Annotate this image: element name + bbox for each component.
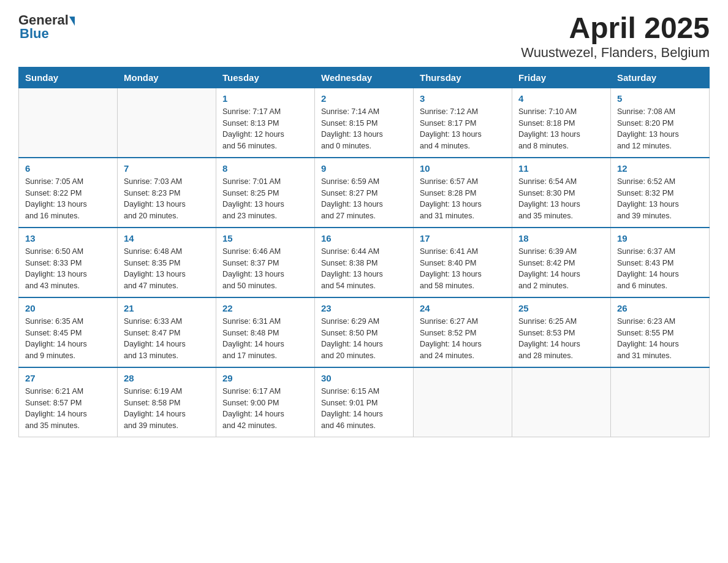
- calendar-cell: 2Sunrise: 7:14 AM Sunset: 8:15 PM Daylig…: [315, 88, 414, 158]
- day-info: Sunrise: 6:35 AM Sunset: 8:45 PM Dayligh…: [25, 316, 111, 362]
- calendar-cell: 3Sunrise: 7:12 AM Sunset: 8:17 PM Daylig…: [414, 88, 512, 158]
- calendar-subtitle: Wuustwezel, Flanders, Belgium: [521, 45, 710, 61]
- day-info: Sunrise: 6:23 AM Sunset: 8:55 PM Dayligh…: [617, 316, 703, 362]
- day-info: Sunrise: 6:29 AM Sunset: 8:50 PM Dayligh…: [321, 316, 407, 362]
- logo-arrow-icon: [69, 17, 75, 26]
- calendar-title: April 2025: [521, 12, 710, 45]
- calendar-cell: 13Sunrise: 6:50 AM Sunset: 8:33 PM Dayli…: [19, 228, 118, 297]
- day-number: 11: [518, 163, 604, 174]
- calendar-cell: 27Sunrise: 6:21 AM Sunset: 8:57 PM Dayli…: [19, 367, 118, 437]
- calendar-cell: 6Sunrise: 7:05 AM Sunset: 8:22 PM Daylig…: [19, 158, 118, 228]
- calendar-table: SundayMondayTuesdayWednesdayThursdayFrid…: [18, 67, 710, 437]
- day-number: 29: [222, 373, 308, 383]
- day-of-week-header: Monday: [118, 67, 216, 88]
- day-number: 10: [420, 163, 506, 174]
- day-info: Sunrise: 6:52 AM Sunset: 8:32 PM Dayligh…: [617, 176, 703, 222]
- day-number: 22: [222, 303, 308, 313]
- day-info: Sunrise: 7:05 AM Sunset: 8:22 PM Dayligh…: [25, 176, 111, 222]
- day-number: 3: [420, 93, 506, 104]
- day-number: 15: [222, 233, 308, 243]
- day-info: Sunrise: 6:41 AM Sunset: 8:40 PM Dayligh…: [420, 246, 506, 292]
- day-info: Sunrise: 6:44 AM Sunset: 8:38 PM Dayligh…: [321, 246, 407, 292]
- day-number: 4: [518, 93, 604, 104]
- title-block: April 2025 Wuustwezel, Flanders, Belgium: [521, 12, 710, 61]
- calendar-cell: 17Sunrise: 6:41 AM Sunset: 8:40 PM Dayli…: [414, 228, 512, 297]
- day-info: Sunrise: 6:54 AM Sunset: 8:30 PM Dayligh…: [518, 176, 604, 222]
- calendar-cell: [512, 367, 611, 437]
- calendar-cell: 11Sunrise: 6:54 AM Sunset: 8:30 PM Dayli…: [512, 158, 611, 228]
- day-number: 20: [25, 303, 111, 313]
- day-info: Sunrise: 7:08 AM Sunset: 8:20 PM Dayligh…: [617, 106, 703, 152]
- day-info: Sunrise: 6:37 AM Sunset: 8:43 PM Dayligh…: [617, 246, 703, 292]
- page-header: General Blue April 2025 Wuustwezel, Flan…: [18, 12, 710, 61]
- day-number: 23: [321, 303, 407, 313]
- calendar-cell: 7Sunrise: 7:03 AM Sunset: 8:23 PM Daylig…: [118, 158, 216, 228]
- calendar-week-row: 27Sunrise: 6:21 AM Sunset: 8:57 PM Dayli…: [19, 367, 710, 437]
- day-info: Sunrise: 6:48 AM Sunset: 8:35 PM Dayligh…: [124, 246, 210, 292]
- calendar-cell: [118, 88, 216, 158]
- calendar-week-row: 6Sunrise: 7:05 AM Sunset: 8:22 PM Daylig…: [19, 158, 710, 228]
- day-info: Sunrise: 7:17 AM Sunset: 8:13 PM Dayligh…: [222, 106, 308, 152]
- day-info: Sunrise: 7:10 AM Sunset: 8:18 PM Dayligh…: [518, 106, 604, 152]
- day-number: 5: [617, 93, 703, 104]
- calendar-cell: 23Sunrise: 6:29 AM Sunset: 8:50 PM Dayli…: [315, 297, 414, 367]
- day-info: Sunrise: 6:33 AM Sunset: 8:47 PM Dayligh…: [124, 316, 210, 362]
- day-number: 9: [321, 163, 407, 174]
- day-info: Sunrise: 6:21 AM Sunset: 8:57 PM Dayligh…: [25, 386, 111, 432]
- calendar-cell: 26Sunrise: 6:23 AM Sunset: 8:55 PM Dayli…: [611, 297, 710, 367]
- logo-blue-text: Blue: [20, 26, 49, 42]
- day-number: 13: [25, 233, 111, 243]
- calendar-cell: 5Sunrise: 7:08 AM Sunset: 8:20 PM Daylig…: [611, 88, 710, 158]
- day-number: 17: [420, 233, 506, 243]
- day-number: 2: [321, 93, 407, 104]
- calendar-cell: [611, 367, 710, 437]
- day-info: Sunrise: 6:17 AM Sunset: 9:00 PM Dayligh…: [222, 386, 308, 432]
- day-info: Sunrise: 6:27 AM Sunset: 8:52 PM Dayligh…: [420, 316, 506, 362]
- day-number: 25: [518, 303, 604, 313]
- calendar-cell: 15Sunrise: 6:46 AM Sunset: 8:37 PM Dayli…: [216, 228, 315, 297]
- calendar-cell: 28Sunrise: 6:19 AM Sunset: 8:58 PM Dayli…: [118, 367, 216, 437]
- calendar-cell: 10Sunrise: 6:57 AM Sunset: 8:28 PM Dayli…: [414, 158, 512, 228]
- day-number: 8: [222, 163, 308, 174]
- day-info: Sunrise: 7:12 AM Sunset: 8:17 PM Dayligh…: [420, 106, 506, 152]
- day-number: 6: [25, 163, 111, 174]
- calendar-cell: 1Sunrise: 7:17 AM Sunset: 8:13 PM Daylig…: [216, 88, 315, 158]
- day-of-week-header: Wednesday: [315, 67, 414, 88]
- calendar-cell: 12Sunrise: 6:52 AM Sunset: 8:32 PM Dayli…: [611, 158, 710, 228]
- calendar-cell: [414, 367, 512, 437]
- calendar-cell: 22Sunrise: 6:31 AM Sunset: 8:48 PM Dayli…: [216, 297, 315, 367]
- calendar-week-row: 13Sunrise: 6:50 AM Sunset: 8:33 PM Dayli…: [19, 228, 710, 297]
- calendar-cell: 21Sunrise: 6:33 AM Sunset: 8:47 PM Dayli…: [118, 297, 216, 367]
- day-info: Sunrise: 7:03 AM Sunset: 8:23 PM Dayligh…: [124, 176, 210, 222]
- calendar-cell: [19, 88, 118, 158]
- calendar-cell: 24Sunrise: 6:27 AM Sunset: 8:52 PM Dayli…: [414, 297, 512, 367]
- day-info: Sunrise: 6:15 AM Sunset: 9:01 PM Dayligh…: [321, 386, 407, 432]
- day-info: Sunrise: 6:31 AM Sunset: 8:48 PM Dayligh…: [222, 316, 308, 362]
- day-of-week-header: Tuesday: [216, 67, 315, 88]
- calendar-cell: 19Sunrise: 6:37 AM Sunset: 8:43 PM Dayli…: [611, 228, 710, 297]
- calendar-week-row: 1Sunrise: 7:17 AM Sunset: 8:13 PM Daylig…: [19, 88, 710, 158]
- calendar-cell: 25Sunrise: 6:25 AM Sunset: 8:53 PM Dayli…: [512, 297, 611, 367]
- day-number: 30: [321, 373, 407, 383]
- day-number: 21: [124, 303, 210, 313]
- calendar-cell: 29Sunrise: 6:17 AM Sunset: 9:00 PM Dayli…: [216, 367, 315, 437]
- calendar-week-row: 20Sunrise: 6:35 AM Sunset: 8:45 PM Dayli…: [19, 297, 710, 367]
- day-number: 26: [617, 303, 703, 313]
- day-number: 16: [321, 233, 407, 243]
- day-info: Sunrise: 7:14 AM Sunset: 8:15 PM Dayligh…: [321, 106, 407, 152]
- day-number: 19: [617, 233, 703, 243]
- day-of-week-header: Saturday: [611, 67, 710, 88]
- day-number: 12: [617, 163, 703, 174]
- calendar-cell: 30Sunrise: 6:15 AM Sunset: 9:01 PM Dayli…: [315, 367, 414, 437]
- day-number: 28: [124, 373, 210, 383]
- calendar-cell: 18Sunrise: 6:39 AM Sunset: 8:42 PM Dayli…: [512, 228, 611, 297]
- day-number: 27: [25, 373, 111, 383]
- day-info: Sunrise: 7:01 AM Sunset: 8:25 PM Dayligh…: [222, 176, 308, 222]
- day-info: Sunrise: 6:25 AM Sunset: 8:53 PM Dayligh…: [518, 316, 604, 362]
- logo: General Blue: [18, 12, 75, 42]
- day-of-week-header: Sunday: [19, 67, 118, 88]
- calendar-cell: 20Sunrise: 6:35 AM Sunset: 8:45 PM Dayli…: [19, 297, 118, 367]
- day-number: 1: [222, 93, 308, 104]
- day-info: Sunrise: 6:57 AM Sunset: 8:28 PM Dayligh…: [420, 176, 506, 222]
- calendar-cell: 8Sunrise: 7:01 AM Sunset: 8:25 PM Daylig…: [216, 158, 315, 228]
